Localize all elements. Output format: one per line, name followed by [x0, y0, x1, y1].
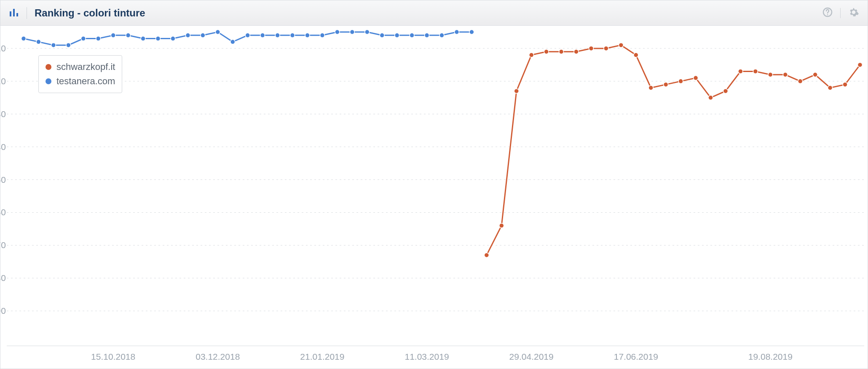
- svg-rect-1: [13, 9, 15, 16]
- svg-point-58: [425, 33, 429, 37]
- svg-text:20: 20: [0, 76, 6, 86]
- svg-point-51: [320, 33, 324, 37]
- svg-point-53: [350, 30, 354, 35]
- svg-text:40: 40: [0, 142, 6, 152]
- svg-text:21.01.2019: 21.01.2019: [300, 352, 344, 361]
- svg-point-46: [245, 33, 250, 37]
- svg-point-31: [21, 36, 26, 41]
- actions-divider: [840, 8, 841, 18]
- svg-point-61: [469, 30, 474, 35]
- panel-header: Ranking - colori tinture: [0, 0, 868, 26]
- svg-point-49: [290, 33, 295, 37]
- legend-label: schwarzkopf.it: [56, 62, 115, 72]
- svg-point-79: [738, 69, 743, 74]
- svg-point-78: [723, 89, 728, 94]
- svg-text:03.12.2018: 03.12.2018: [196, 352, 240, 361]
- svg-point-73: [648, 86, 653, 90]
- svg-point-85: [828, 86, 833, 90]
- svg-point-35: [81, 36, 86, 41]
- svg-point-80: [753, 69, 758, 74]
- svg-point-69: [589, 46, 593, 51]
- legend-label: testanera.com: [56, 76, 115, 87]
- svg-point-50: [305, 33, 310, 37]
- svg-point-59: [439, 33, 444, 37]
- svg-point-60: [454, 30, 459, 35]
- svg-point-56: [395, 33, 399, 37]
- svg-text:80: 80: [0, 273, 6, 283]
- svg-point-43: [201, 33, 205, 37]
- svg-point-72: [634, 53, 638, 57]
- svg-point-74: [664, 82, 668, 87]
- svg-text:70: 70: [0, 240, 6, 250]
- svg-point-62: [484, 253, 489, 257]
- svg-point-86: [843, 82, 847, 87]
- svg-point-32: [36, 40, 41, 44]
- svg-point-66: [544, 49, 549, 54]
- svg-point-33: [51, 43, 56, 48]
- legend-item-schwarzkopf[interactable]: schwarzkopf.it: [46, 60, 115, 74]
- svg-point-77: [708, 95, 713, 100]
- svg-point-81: [768, 72, 773, 77]
- chart-svg[interactable]: 102030405060708090 15.10.201803.12.20182…: [0, 26, 868, 369]
- svg-point-45: [230, 40, 235, 44]
- svg-point-54: [365, 30, 370, 35]
- header-divider: [27, 7, 27, 19]
- svg-point-48: [275, 33, 280, 37]
- svg-point-83: [798, 79, 803, 83]
- svg-point-76: [694, 76, 698, 80]
- svg-text:60: 60: [0, 207, 6, 217]
- svg-text:17.06.2019: 17.06.2019: [614, 352, 658, 361]
- legend-dot-icon: [46, 64, 51, 70]
- svg-point-67: [559, 49, 564, 54]
- svg-text:10: 10: [0, 43, 6, 53]
- svg-rect-0: [10, 11, 11, 16]
- svg-point-71: [619, 43, 623, 48]
- svg-point-39: [141, 36, 145, 41]
- ranking-panel: Ranking - colori tinture 102030405060708…: [0, 0, 868, 369]
- svg-point-42: [185, 33, 190, 37]
- panel-title: Ranking - colori tinture: [35, 7, 145, 19]
- svg-text:90: 90: [0, 306, 6, 316]
- svg-point-41: [171, 36, 175, 41]
- svg-point-4: [827, 14, 828, 15]
- svg-point-82: [783, 72, 788, 77]
- legend: schwarzkopf.it testanera.com: [38, 55, 122, 93]
- svg-point-57: [410, 33, 414, 37]
- svg-point-40: [156, 36, 161, 41]
- gear-icon[interactable]: [848, 7, 859, 19]
- svg-point-47: [260, 33, 265, 37]
- svg-text:11.03.2019: 11.03.2019: [405, 352, 449, 361]
- svg-point-64: [514, 89, 519, 94]
- svg-text:19.08.2019: 19.08.2019: [748, 352, 793, 361]
- svg-rect-2: [16, 13, 18, 16]
- bar-chart-icon: [9, 7, 19, 19]
- svg-point-87: [858, 62, 863, 67]
- svg-text:15.10.2018: 15.10.2018: [91, 352, 135, 361]
- svg-point-37: [111, 33, 115, 37]
- svg-point-34: [66, 43, 71, 48]
- help-icon[interactable]: [822, 7, 833, 19]
- svg-point-55: [380, 33, 384, 37]
- legend-item-testanera[interactable]: testanera.com: [46, 74, 115, 88]
- svg-point-84: [813, 72, 817, 77]
- panel-actions: [822, 7, 859, 19]
- svg-point-52: [335, 30, 340, 35]
- svg-point-75: [678, 79, 683, 83]
- svg-point-44: [215, 30, 220, 35]
- svg-point-65: [529, 53, 534, 57]
- chart-area: 102030405060708090 15.10.201803.12.20182…: [0, 26, 868, 369]
- svg-point-38: [126, 33, 131, 37]
- svg-point-36: [96, 36, 101, 41]
- legend-dot-icon: [46, 78, 51, 84]
- svg-point-63: [499, 223, 504, 228]
- svg-text:30: 30: [0, 109, 6, 119]
- svg-point-70: [604, 46, 608, 51]
- svg-text:29.04.2019: 29.04.2019: [509, 352, 554, 361]
- svg-point-68: [574, 49, 579, 54]
- svg-text:50: 50: [0, 175, 6, 184]
